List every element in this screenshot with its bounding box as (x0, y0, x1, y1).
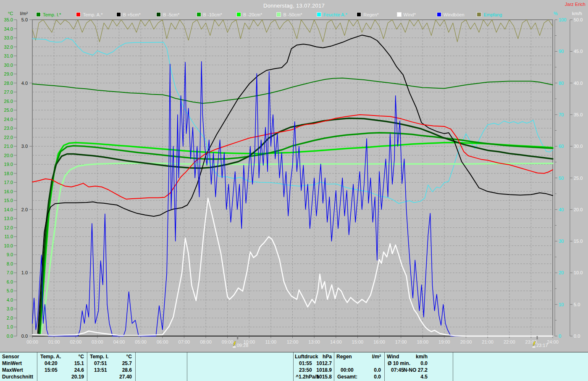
axis-tick-label: 100 (559, 17, 566, 22)
table-wind-row2-value: N-NO 27.2 (390, 368, 428, 373)
axis-tick-label: 19.0 (4, 162, 13, 167)
axis-tick-label: 35.0 (4, 17, 13, 22)
axis-tick-label: 8.0 (7, 261, 13, 266)
axis-tick-label: 10 (559, 302, 564, 307)
table-temp_a-row2-value: 24.6 (46, 368, 84, 373)
axis-tick-label: 70 (559, 112, 564, 117)
table-row-label-1: MinWert (2, 361, 22, 366)
axis-tick-label: 33.0 (4, 35, 13, 40)
axis-tick-label: 27.0 (4, 89, 13, 95)
table-temp_i-row3-value: 27.40 (94, 374, 132, 380)
time-marker-23-17[interactable]: 23:17 (532, 336, 548, 348)
axis-tick-label: 30.0 (574, 144, 583, 149)
table-temp_i-row1-value: 25.7 (94, 361, 132, 366)
axis-tick-label: 1.0 (7, 324, 13, 329)
table-temp_a-row1-value: 15.1 (46, 361, 84, 366)
axis-tick-label: 0.0 (21, 334, 28, 339)
axis-tick-label: 6.0 (7, 279, 13, 284)
axis-tick-label: 02:00 (70, 339, 81, 344)
axis-tick-label: 90 (559, 49, 564, 54)
axis-tick-label: 05:00 (135, 339, 147, 344)
table-col-temp_a-name: Temp. A. (40, 354, 61, 360)
table-col-temp_i-name: Temp. I. (90, 354, 108, 360)
table-wind-row3-value: 4.5 (390, 374, 428, 380)
axis-tick-label: 23.0 (4, 126, 13, 131)
axis-tick-label: 50.0 (574, 17, 583, 22)
lightning-marker-icon (233, 342, 236, 347)
axis-tick-label: 22.0 (4, 135, 13, 140)
axis-tick-label: 50 (559, 176, 564, 181)
axis-tick-label: 14.0 (4, 207, 13, 212)
axis-tick-label: 0.0 (7, 334, 13, 339)
table-divider-6 (384, 352, 385, 381)
axis-tick-label: 5.0 (7, 288, 13, 293)
table-temp_i-row2-value: 28.6 (94, 368, 132, 373)
axis-tick-label: 20.0 (574, 207, 583, 212)
table-divider-1 (87, 352, 87, 381)
table-divider-4 (293, 352, 294, 381)
table-temp_a-row3-value: 20.19 (46, 374, 84, 380)
table-row-label-2: MaxWert (2, 368, 23, 373)
axis-tick-label: 34.0 (4, 26, 13, 32)
series-b_minus20-line (40, 143, 553, 334)
cloud-marker-icon (532, 346, 536, 348)
marker-time-label: 09:28 (237, 343, 249, 348)
axis-tick-label: 07:00 (178, 339, 190, 344)
axis-tick-label: 00:00 (26, 339, 38, 344)
axis-tick-label: 15.0 (574, 239, 583, 244)
summary-table: SensorMinWertMaxWertDurchschnittTemp. A.… (0, 352, 588, 381)
axis-tick-label: 15:00 (352, 339, 364, 344)
axis-tick-label: 40 (559, 207, 564, 212)
table-regen-row2-value: 0.0 (343, 368, 381, 373)
axis-tick-label: 5.0 (574, 302, 580, 307)
axis-tick-label: 16:00 (373, 339, 385, 344)
table-col-temp_a-unit: °C (59, 354, 84, 360)
axis-tick-label: 11.0 (4, 234, 13, 239)
table-col-regen-unit: l/m² (356, 354, 381, 360)
table-col-temp_i-unit: °C (107, 354, 132, 360)
axis-tick-label: 25.0 (4, 108, 13, 113)
chart-plot-area[interactable]: 0.01.02.03.04.05.06.07.08.09.010.011.012… (0, 0, 588, 352)
axis-tick-label: 0 (559, 334, 561, 339)
axis-tick-label: 26.0 (4, 99, 13, 104)
axis-tick-label: 31.0 (4, 53, 13, 58)
axis-tick-label: 3.0 (7, 306, 13, 311)
axis-tick-label: 12.0 (4, 225, 13, 230)
table-divider-7 (453, 352, 453, 381)
axis-tick-label: 18.0 (4, 171, 13, 176)
axis-tick-label: 17.0 (4, 180, 13, 185)
axis-tick-label: 21.0 (4, 144, 13, 149)
axis-tick-label: 09:00 (222, 339, 234, 344)
axis-tick-label: 16.0 (4, 189, 13, 194)
axis-tick-label: 30 (559, 239, 564, 244)
axis-tick-label: 06:00 (157, 339, 168, 344)
axis-tick-label: 10.0 (574, 270, 583, 275)
axis-tick-label: 11:00 (265, 339, 277, 344)
table-luftdruck-row2-value: 1018.9 (294, 368, 332, 373)
table-wind-row1-value: 0.0 (390, 361, 428, 366)
table-row-label-0: Sensor (2, 354, 19, 360)
axis-tick-label: 9.0 (7, 252, 13, 257)
axis-tick-label: 03:00 (92, 339, 103, 344)
axis-tick-label: 80 (559, 81, 564, 86)
axis-tick-label: 20 (559, 270, 564, 275)
axis-tick-label: 3.0 (21, 144, 28, 149)
axis-tick-label: 4.0 (21, 81, 28, 86)
axis-tick-label: 60 (559, 144, 564, 149)
table-col-luftdruck-unit: hPa (307, 354, 332, 360)
axis-tick-label: 0.0 (574, 334, 580, 339)
cloud-marker-icon (233, 346, 236, 348)
series-b_plus5-line (38, 35, 553, 334)
axis-tick-label: 04:00 (113, 339, 125, 344)
table-divider-5 (334, 352, 334, 381)
table-divider-2 (135, 352, 136, 381)
axis-tick-label: 01:00 (48, 339, 60, 344)
axis-tick-label: 35.0 (574, 112, 583, 117)
table-divider-3 (187, 352, 187, 381)
axis-tick-label: 08:00 (200, 339, 212, 344)
axis-tick-label: 2.0 (21, 207, 28, 212)
axis-tick-label: 4.0 (7, 297, 13, 302)
table-regen-row3-value: 0.0 (343, 374, 381, 380)
axis-tick-label: 28.0 (4, 81, 13, 86)
axis-tick-label: 22:00 (504, 339, 515, 344)
